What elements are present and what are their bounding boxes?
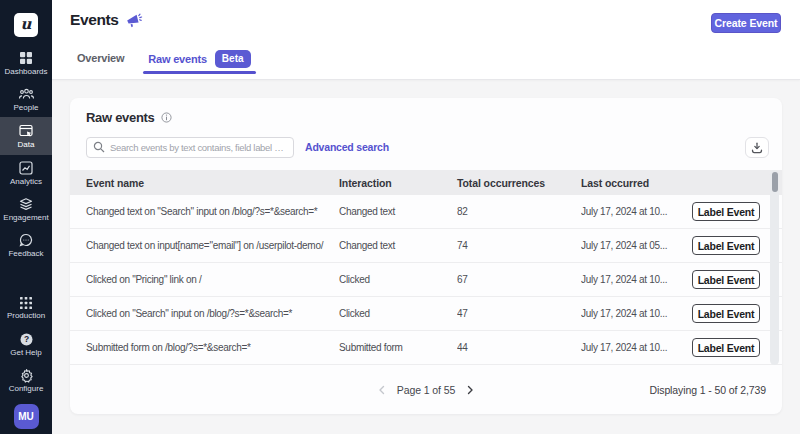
- sidebar-item-label: Dashboards: [4, 68, 47, 76]
- download-icon: [751, 142, 763, 154]
- sidebar-item-get-help[interactable]: ? Get Help: [0, 326, 52, 362]
- cell-actions: Label Event: [692, 270, 782, 289]
- avatar-initials: MU: [18, 411, 34, 422]
- svg-text:?: ?: [23, 334, 28, 344]
- pagination: Page 1 of 55 Displaying 1 - 50 of 2,739: [70, 365, 782, 414]
- megaphone-icon: [126, 13, 143, 28]
- create-event-button[interactable]: Create Event: [711, 13, 781, 33]
- cell-event-name: Changed text on "Search" input on /blog/…: [70, 206, 339, 217]
- label-event-button[interactable]: Label Event: [692, 202, 760, 221]
- cell-event-name: Clicked on "Pricing" link on /: [70, 274, 339, 285]
- table-header: Event name Interaction Total occurrences…: [70, 170, 782, 195]
- title-row: Events: [70, 11, 143, 29]
- sidebar-item-label: Get Help: [10, 349, 42, 357]
- label-event-button[interactable]: Label Event: [692, 236, 760, 255]
- analytics-icon: [18, 160, 34, 176]
- column-header-last-occurred: Last occurred: [581, 177, 692, 189]
- configure-icon: [19, 368, 34, 383]
- people-icon: [18, 86, 35, 102]
- main-area: Events Create Event Overview: [52, 0, 800, 434]
- search-input[interactable]: [86, 137, 294, 158]
- userpilot-logo[interactable]: u: [14, 13, 38, 37]
- sidebar-item-data[interactable]: Data: [0, 117, 52, 155]
- cell-interaction: Changed text: [339, 206, 457, 217]
- next-page-button[interactable]: [465, 385, 475, 395]
- cell-event-name: Submitted form on /blog/?s=*&search=*: [70, 342, 339, 353]
- sidebar-bottom-nav: Production ? Get Help Configure MU: [0, 290, 52, 434]
- cell-actions: Label Event: [692, 304, 782, 323]
- user-avatar[interactable]: MU: [14, 404, 39, 429]
- sidebar-nav: Dashboards People Dat: [0, 45, 52, 263]
- cell-interaction: Clicked: [339, 274, 457, 285]
- cell-last-occurred: July 17, 2024 at 10...: [581, 342, 692, 353]
- card-title-row: Raw events: [86, 110, 172, 125]
- page-indicator: Page 1 of 55: [397, 384, 455, 396]
- sidebar-item-label: Configure: [9, 385, 44, 393]
- label-event-button[interactable]: Label Event: [692, 270, 760, 289]
- data-icon: [18, 123, 34, 139]
- cell-total-occurrences: 47: [457, 308, 581, 319]
- feedback-icon: [18, 232, 34, 248]
- cell-total-occurrences: 67: [457, 274, 581, 285]
- cell-actions: Label Event: [692, 202, 782, 221]
- tab-raw-events-group[interactable]: Raw events Beta: [143, 49, 255, 69]
- sidebar-item-label: People: [14, 104, 39, 112]
- chevron-left-icon: [377, 385, 387, 395]
- sidebar-item-analytics[interactable]: Analytics: [0, 155, 52, 191]
- table-row[interactable]: Submitted form on /blog/?s=*&search=* Su…: [70, 331, 782, 365]
- info-icon[interactable]: [161, 112, 172, 123]
- cell-event-name: Clicked on "Search" input on /blog/?s=*&…: [70, 308, 339, 319]
- sidebar-item-people[interactable]: People: [0, 81, 52, 117]
- cell-actions: Label Event: [692, 236, 782, 255]
- sidebar: u Dashboards: [0, 0, 52, 434]
- table-row[interactable]: Changed text on "Search" input on /blog/…: [70, 195, 782, 229]
- column-header-interaction: Interaction: [339, 177, 457, 189]
- tab-raw-events[interactable]: Raw events: [148, 50, 207, 68]
- page-content: Raw events Advanced: [52, 80, 800, 434]
- production-icon: [19, 296, 33, 310]
- sidebar-item-production[interactable]: Production: [0, 290, 52, 326]
- dashboards-icon: [18, 50, 34, 66]
- toolbar: Advanced search: [86, 137, 769, 158]
- active-tab-underline: [143, 71, 255, 74]
- sidebar-item-label: Production: [7, 312, 45, 320]
- label-event-button[interactable]: Label Event: [692, 338, 760, 357]
- previous-page-button[interactable]: [377, 385, 387, 395]
- page-title: Events: [70, 11, 118, 29]
- get-help-icon: ?: [19, 332, 34, 347]
- search-icon: [93, 141, 105, 153]
- sidebar-item-label: Data: [18, 141, 35, 149]
- engagement-icon: [18, 196, 34, 212]
- beta-badge: Beta: [215, 50, 251, 68]
- table-scrollbar-thumb[interactable]: [772, 172, 778, 192]
- advanced-search-link[interactable]: Advanced search: [305, 137, 389, 158]
- sidebar-item-dashboards[interactable]: Dashboards: [0, 45, 52, 81]
- tab-overview[interactable]: Overview: [77, 49, 124, 67]
- sidebar-item-label: Analytics: [10, 178, 42, 186]
- cell-interaction: Clicked: [339, 308, 457, 319]
- table-row[interactable]: Clicked on "Search" input on /blog/?s=*&…: [70, 297, 782, 331]
- page-header: Events Create Event Overview: [52, 0, 800, 80]
- cell-interaction: Submitted form: [339, 342, 457, 353]
- column-header-event-name: Event name: [70, 177, 339, 189]
- cell-total-occurrences: 74: [457, 240, 581, 251]
- table-scrollbar[interactable]: [770, 170, 779, 365]
- column-header-total-occurrences: Total occurrences: [457, 177, 581, 189]
- table-row[interactable]: Changed text on input[name="email"] on /…: [70, 229, 782, 263]
- cell-last-occurred: July 17, 2024 at 10...: [581, 308, 692, 319]
- cell-interaction: Changed text: [339, 240, 457, 251]
- sidebar-item-configure[interactable]: Configure: [0, 362, 52, 398]
- cell-last-occurred: July 17, 2024 at 10...: [581, 206, 692, 217]
- cell-last-occurred: July 17, 2024 at 05...: [581, 240, 692, 251]
- app: u Dashboards: [0, 0, 800, 434]
- download-button[interactable]: [745, 137, 769, 158]
- card-title: Raw events: [86, 110, 155, 125]
- sidebar-item-label: Feedback: [8, 250, 43, 258]
- sidebar-item-feedback[interactable]: Feedback: [0, 227, 52, 263]
- search-box: [86, 137, 294, 158]
- label-event-button[interactable]: Label Event: [692, 304, 760, 323]
- table-row[interactable]: Clicked on "Pricing" link on / Clicked 6…: [70, 263, 782, 297]
- cell-last-occurred: July 17, 2024 at 10...: [581, 274, 692, 285]
- sidebar-item-label: Engagement: [3, 214, 48, 222]
- sidebar-item-engagement[interactable]: Engagement: [0, 191, 52, 227]
